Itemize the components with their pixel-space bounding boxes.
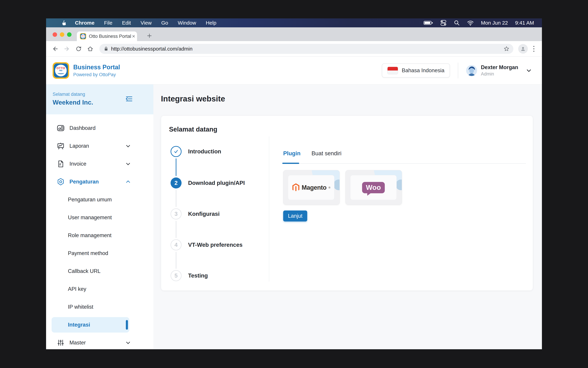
menu-item-help[interactable]: Help xyxy=(206,20,217,26)
dashboard-icon xyxy=(57,124,65,132)
sidebar-item-invoice[interactable]: Invoice xyxy=(46,155,153,173)
sidebar-item-ip-whitelist[interactable]: IP whitelist xyxy=(46,298,153,316)
woocommerce-logo: Woo xyxy=(362,182,385,193)
browser-toolbar: http://ottobusinessportal.com/admin xyxy=(46,41,542,56)
menu-item-edit[interactable]: Edit xyxy=(122,20,131,26)
invoice-doc-icon xyxy=(57,160,65,168)
sidebar-item-pengaturan[interactable]: Pengaturan xyxy=(46,173,153,191)
desktop-background: Chrome File Edit View Go Window Help xyxy=(0,0,588,368)
window-minimize-button[interactable] xyxy=(60,32,64,37)
logo-smile xyxy=(58,72,64,74)
plugin-card-magento[interactable]: Magento® xyxy=(283,170,340,205)
sidebar-item-api-key[interactable]: API key xyxy=(46,280,153,298)
tabs-underline xyxy=(282,163,526,164)
user-role: Admin xyxy=(481,71,518,77)
search-icon[interactable] xyxy=(454,20,460,26)
integration-wizard-card: Selamat datang Introduction 2 Download p… xyxy=(161,116,533,291)
check-icon xyxy=(173,148,179,154)
sidebar-menu: Dashboard Laporan xyxy=(46,119,153,349)
reload-icon[interactable] xyxy=(75,45,82,52)
menu-item-view[interactable]: View xyxy=(140,20,152,26)
step-connector xyxy=(176,190,176,207)
back-icon[interactable] xyxy=(52,45,59,52)
menubar-date[interactable]: Mon Jun 22 xyxy=(481,20,508,26)
continue-button[interactable]: Lanjut xyxy=(283,211,307,221)
sidebar-item-payment-method[interactable]: Payment method xyxy=(46,244,153,262)
sidebar-item-callback-url[interactable]: Callback URL xyxy=(46,262,153,280)
brand-title: Business Portal xyxy=(73,64,120,71)
logo-text-otto: OTTO xyxy=(57,67,65,70)
step-konfigurasi[interactable]: 3 Konfigurasi xyxy=(171,208,219,220)
sidebar-item-integrasi[interactable]: Integrasi xyxy=(46,316,153,334)
plugin-card-woocommerce[interactable]: Woo xyxy=(345,170,402,205)
macos-menu-bar: Chrome File Edit View Go Window Help xyxy=(46,18,542,27)
language-selector-button[interactable]: Bahasa Indonesia xyxy=(382,64,450,78)
tab-plugin[interactable]: Plugin xyxy=(283,150,300,157)
report-board-icon xyxy=(57,142,65,150)
sidebar-item-role-management[interactable]: Role management xyxy=(46,227,153,244)
chevron-down-icon xyxy=(125,340,131,346)
apple-icon[interactable] xyxy=(61,19,66,26)
browser-tab[interactable]: Otto Business Portal xyxy=(77,31,137,41)
user-menu-chevron-down-icon[interactable] xyxy=(526,67,532,74)
browser-profile-icon[interactable] xyxy=(518,44,528,54)
header-divider xyxy=(458,63,458,78)
browser-menu-dots-icon[interactable] xyxy=(533,45,535,53)
tab-close-icon[interactable] xyxy=(131,34,136,39)
home-icon[interactable] xyxy=(87,45,94,52)
company-name: Weekend Inc. xyxy=(53,99,153,106)
sidebar-collapse-icon[interactable] xyxy=(125,95,133,103)
page-title: Integrasi website xyxy=(161,94,225,103)
wifi-icon[interactable] xyxy=(467,20,474,26)
chevron-down-icon xyxy=(125,143,131,149)
tab-favicon-ottopay xyxy=(80,33,86,39)
sidebar-item-laporan[interactable]: Laporan xyxy=(46,137,153,155)
screen: Chrome File Edit View Go Window Help xyxy=(46,18,542,349)
address-bar[interactable]: http://ottobusinessportal.com/admin xyxy=(99,44,513,54)
browser-tab-strip: Otto Business Portal xyxy=(46,27,542,41)
sidebar-item-user-management[interactable]: User management xyxy=(46,209,153,227)
step-connector xyxy=(176,221,176,238)
vertical-divider xyxy=(269,136,269,282)
menu-item-chrome[interactable]: Chrome xyxy=(75,20,94,26)
active-item-highlight xyxy=(52,317,129,332)
step-active-circle: 2 xyxy=(171,177,181,188)
step-introduction[interactable]: Introduction xyxy=(171,146,221,157)
magento-logo: Magento® xyxy=(288,175,335,200)
menubar-clock[interactable]: 9:41 AM xyxy=(515,20,534,26)
menu-item-go[interactable]: Go xyxy=(161,20,168,26)
sidebar-item-pengaturan-umum[interactable]: Pengaturan umum xyxy=(46,191,153,209)
new-tab-button[interactable] xyxy=(145,32,153,40)
step-circle: 4 xyxy=(171,239,181,250)
window-close-button[interactable] xyxy=(53,32,57,37)
step-vt-web-preferences[interactable]: 4 VT-Web preferences xyxy=(171,239,243,250)
sidebar-welcome-panel: Selamat datang Weekend Inc. xyxy=(46,84,153,114)
menu-item-window[interactable]: Window xyxy=(178,20,196,26)
menu-item-file[interactable]: File xyxy=(104,20,112,26)
app-header: OTTO PAY Business Portal Powered by Otto… xyxy=(46,56,542,84)
forward-icon[interactable] xyxy=(63,45,71,52)
control-center-icon[interactable] xyxy=(440,20,446,26)
step-connector xyxy=(176,158,176,176)
active-item-indicator xyxy=(126,320,128,330)
bookmark-star-icon[interactable] xyxy=(503,46,510,52)
sidebar: Selamat datang Weekend Inc. Dashboard xyxy=(46,84,153,349)
user-avatar[interactable] xyxy=(466,65,477,76)
logo-text-pay: PAY xyxy=(59,70,63,72)
sidebar-item-dashboard[interactable]: Dashboard xyxy=(46,119,153,137)
main-content: Integrasi website Selamat datang Introdu… xyxy=(153,84,542,349)
sliders-icon xyxy=(57,339,65,347)
step-connector xyxy=(176,252,176,269)
indonesia-flag-icon xyxy=(387,67,398,74)
lock-icon xyxy=(103,46,109,51)
tab-buat-sendiri[interactable]: Buat sendiri xyxy=(312,150,342,157)
settings-gear-icon xyxy=(57,178,65,186)
window-zoom-button[interactable] xyxy=(67,32,72,37)
sidebar-item-master[interactable]: Master xyxy=(46,334,153,349)
url-text: http://ottobusinessportal.com/admin xyxy=(111,46,193,52)
step-download-plugin-api[interactable]: 2 Download plugin/API xyxy=(171,177,245,188)
step-testing[interactable]: 5 Testing xyxy=(171,270,208,281)
magento-mark-icon xyxy=(292,183,300,192)
chevron-up-icon xyxy=(125,179,131,185)
battery-icon[interactable] xyxy=(424,20,433,25)
